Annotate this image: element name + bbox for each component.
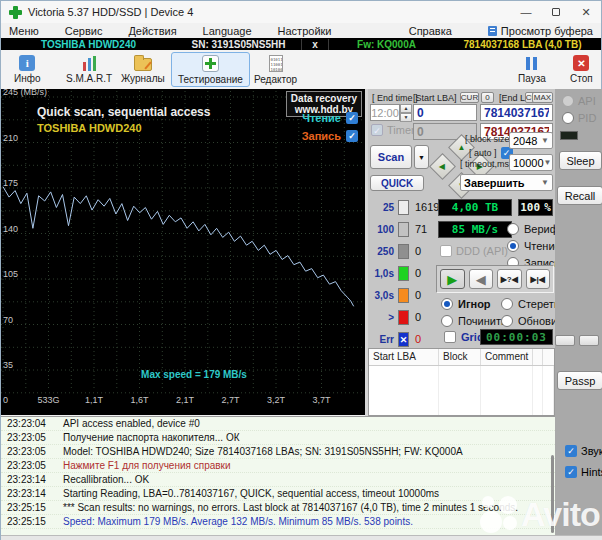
mode-radio-verify[interactable]: Вериф.	[507, 223, 562, 235]
timing-block-icon	[398, 266, 409, 281]
table-column-comment[interactable]: Comment	[481, 349, 533, 365]
seek-end-button[interactable]: ▶|◀	[526, 269, 551, 289]
smart-button-label: S.M.A.R.T	[66, 73, 112, 84]
timeout-select[interactable]: 10000▼	[509, 154, 553, 171]
smart-button[interactable]: S.M.A.R.T	[59, 52, 119, 87]
api-radio[interactable]	[562, 95, 574, 107]
testing-button-label: Тестирование	[178, 74, 243, 85]
x-tick-label: 3,7T	[308, 395, 336, 405]
start-lba-zero-button[interactable]: 0	[481, 92, 494, 103]
finish-action-select[interactable]: Завершить▼	[460, 174, 553, 191]
grid-row: Grid	[444, 331, 484, 343]
toolbar: i Инфо S.M.A.R.T Журналы Тестирование 01…	[1, 50, 601, 89]
timing-block-icon	[398, 200, 409, 215]
info-button[interactable]: i Инфо	[7, 52, 48, 87]
stat-label: Err	[370, 334, 394, 345]
play-forward-button[interactable]: ▶	[440, 269, 465, 289]
end-lba-input[interactable]	[480, 104, 553, 121]
spin-up-icon[interactable]: ▲	[400, 104, 412, 113]
sound-checkbox[interactable]: ✓	[565, 445, 577, 457]
repair-radio[interactable]	[441, 315, 453, 327]
stat-row-250: 2500	[370, 243, 421, 259]
journals-button[interactable]: Журналы	[114, 52, 172, 87]
table-column-block[interactable]: Block	[439, 349, 481, 365]
end-time-spinner[interactable]: 12:00 ▲▼	[370, 104, 412, 121]
erase-radio[interactable]	[501, 298, 513, 310]
refresh-radio[interactable]	[501, 315, 513, 327]
menu-item-actions[interactable]: Действия	[115, 25, 189, 37]
play-backward-button[interactable]: ◀	[469, 269, 494, 289]
stop-button-label: Стоп	[570, 73, 593, 84]
speed-graph[interactable]: Quick scan, sequential access TOSHIBA HD…	[1, 89, 365, 415]
timing-block-icon	[398, 244, 409, 259]
verify-radio[interactable]	[507, 223, 519, 235]
stat-row-3,0s: 3,0s0	[370, 287, 421, 303]
maximize-button[interactable]	[541, 1, 571, 23]
defect-table[interactable]: Start LBABlockComment	[368, 348, 555, 416]
recall-button[interactable]: Recall	[557, 186, 602, 205]
pid-radio[interactable]	[562, 112, 574, 124]
menu-item-language[interactable]: Language	[190, 25, 265, 37]
ignore-radio[interactable]	[441, 298, 453, 310]
log-scrollbar[interactable]	[551, 455, 554, 533]
x-tick-label: 2,7T	[217, 395, 245, 405]
ddd-label: DDD (API)	[456, 245, 508, 257]
quick-button[interactable]: QUICK	[370, 175, 424, 191]
playback-panel: ▶ ◀ ▶?◀ ▶|◀	[436, 265, 554, 293]
read-checkbox[interactable]: ✓	[346, 112, 358, 124]
error-block-icon: ✕	[398, 332, 409, 347]
block-size-select[interactable]: 2048▼	[509, 132, 553, 149]
end-time-spin-buttons[interactable]: ▲▼	[400, 104, 412, 121]
editor-button[interactable]: 010110 110011 101000 Редактор	[247, 52, 304, 87]
hints-checkbox[interactable]: ✓	[565, 466, 577, 478]
mini-button-2[interactable]	[579, 335, 599, 346]
minimize-button[interactable]: —	[511, 1, 541, 23]
mode-radio-read[interactable]: Чтение	[507, 240, 561, 252]
block-size-value: 2048	[513, 135, 537, 147]
end-lba-max-button[interactable]: MAX	[532, 92, 553, 103]
menu-item-service[interactable]: Сервис	[52, 25, 116, 37]
pause-button[interactable]: Пауза	[511, 52, 553, 87]
timer-checkbox-row[interactable]: ✓ Timer	[371, 124, 415, 136]
ddd-checkbox[interactable]	[440, 245, 452, 257]
sleep-button[interactable]: Sleep	[559, 151, 602, 170]
buffer-view-button[interactable]: Просмотр буфера	[480, 25, 601, 37]
timer-checkbox[interactable]: ✓	[371, 124, 383, 136]
app-icon	[9, 6, 22, 19]
auto-row: [ auto ] ✓	[469, 147, 513, 159]
stat-count: 0	[415, 333, 421, 345]
action-radio-erase[interactable]: Стереть	[501, 298, 560, 310]
defect-table-header: Start LBABlockComment	[369, 349, 554, 366]
end-time-value[interactable]: 12:00	[370, 104, 400, 121]
pad-left-button[interactable]: ◀	[429, 153, 456, 180]
start-lba-input[interactable]	[413, 104, 477, 121]
menu-item-menu[interactable]: Меню	[1, 25, 52, 37]
action-radio-ignore[interactable]: Игнор	[441, 298, 491, 310]
stat-label: 3,0s	[370, 290, 394, 301]
max-speed-label: Max speed = 179 MB/s	[114, 369, 274, 380]
mini-button-1[interactable]	[555, 335, 575, 346]
grid-checkbox[interactable]	[444, 331, 456, 343]
testing-button[interactable]: Тестирование	[171, 52, 250, 87]
menu-item-settings[interactable]: Настройки	[265, 25, 345, 37]
close-button[interactable]: ✕	[571, 1, 601, 23]
stop-button[interactable]: ✕ Стоп	[563, 52, 600, 87]
log-panel[interactable]: 23:23:04API access enabled, device #023:…	[1, 416, 555, 535]
scan-button[interactable]: Scan	[370, 145, 412, 169]
log-timestamp: 23:23:05	[7, 460, 51, 472]
read-radio[interactable]	[507, 240, 519, 252]
start-lba-cur-button[interactable]: CUR	[460, 92, 479, 103]
menu-item-help[interactable]: Справка	[396, 25, 480, 37]
action-radio-repair[interactable]: Починить	[441, 315, 507, 327]
seek-question-button[interactable]: ▶?◀	[497, 269, 522, 289]
passp-button[interactable]: Passp	[557, 371, 602, 390]
table-column-start-lba[interactable]: Start LBA	[369, 349, 439, 365]
ddd-row[interactable]: DDD (API)	[440, 245, 508, 257]
spin-down-icon[interactable]: ▼	[400, 113, 412, 122]
percent-unit: %	[544, 201, 551, 214]
log-timestamp: 23:23:05	[7, 446, 51, 458]
x-tick-label: 533G	[35, 395, 63, 405]
scan-dropdown-button[interactable]: ▼	[414, 145, 429, 169]
write-checkbox[interactable]: ✓	[346, 130, 358, 142]
device-info-bar: TOSHIBA HDWD240 SN: 3191S05NS5HH x Fw: K…	[1, 38, 601, 50]
